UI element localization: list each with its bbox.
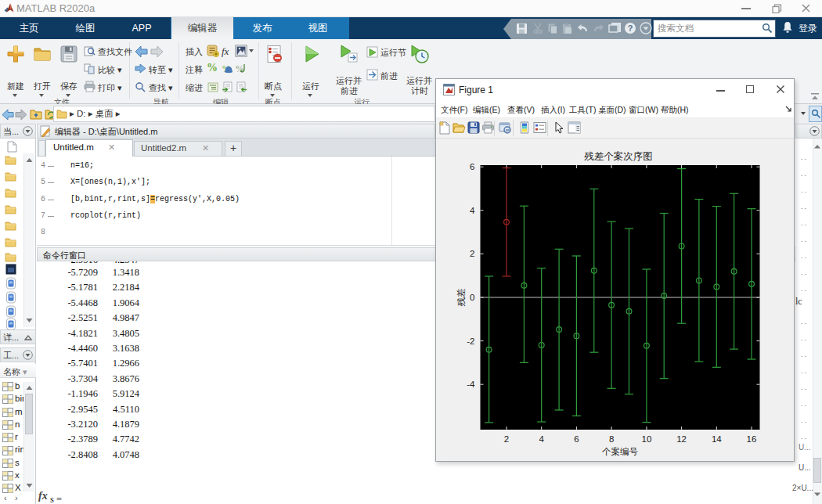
svg-text:4: 4 [470, 206, 475, 215]
svg-text:个案编号: 个案编号 [602, 447, 639, 456]
svg-text:10: 10 [642, 434, 652, 444]
svg-text:4: 4 [539, 434, 544, 444]
svg-text:6: 6 [470, 162, 474, 171]
svg-text:0: 0 [470, 293, 474, 302]
svg-text:14: 14 [712, 434, 722, 444]
svg-text:残差: 残差 [456, 288, 466, 307]
svg-text:-4: -4 [467, 380, 475, 389]
svg-text:%: % [235, 63, 244, 74]
svg-text:6: 6 [574, 434, 579, 444]
svg-text:-2: -2 [467, 337, 474, 346]
svg-text:2: 2 [470, 249, 474, 258]
svg-text:16: 16 [747, 434, 757, 444]
svg-text:残差个案次序图: 残差个案次序图 [584, 151, 653, 162]
svg-text:8: 8 [609, 434, 614, 444]
svg-text:12: 12 [676, 434, 687, 444]
svg-text:?: ? [628, 23, 633, 33]
svg-text:2: 2 [504, 434, 509, 444]
